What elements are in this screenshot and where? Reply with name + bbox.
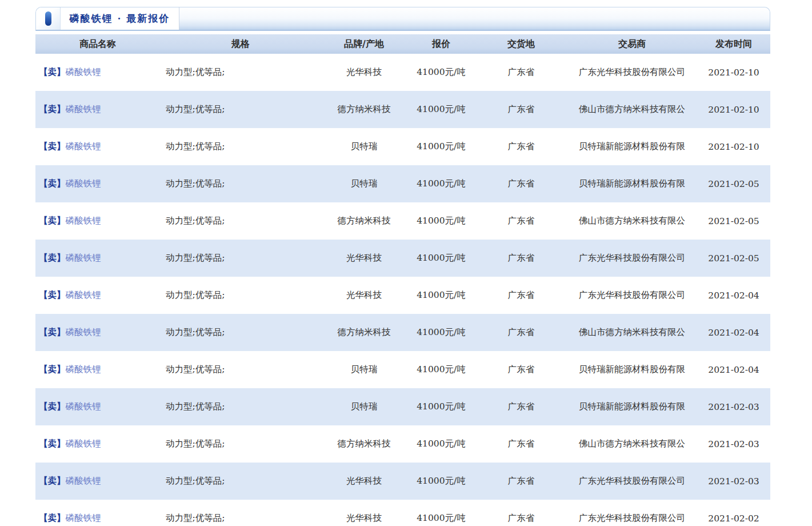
delivery-cell: 广东省 <box>475 500 567 526</box>
section-tabbar: 磷酸铁锂 · 最新报价 <box>35 7 770 31</box>
product-link[interactable]: 磷酸铁锂 <box>66 439 101 449</box>
price-cell: 41000元/吨 <box>407 425 475 463</box>
product-link[interactable]: 磷酸铁锂 <box>66 253 101 263</box>
tab-latest-quotes[interactable]: 磷酸铁锂 · 最新报价 <box>61 7 179 30</box>
sell-tag: 【卖】 <box>39 289 66 300</box>
column-header-product: 商品名称 <box>35 34 160 54</box>
sell-tag: 【卖】 <box>39 178 66 189</box>
column-header-spec: 规格 <box>160 34 321 54</box>
price-cell: 41000元/吨 <box>407 240 475 277</box>
price-cell: 41000元/吨 <box>407 165 475 202</box>
trader-cell: 贝特瑞新能源材料股份有限 <box>567 388 697 425</box>
product-link[interactable]: 磷酸铁锂 <box>66 216 101 226</box>
date-cell: 2021-02-04 <box>697 351 770 388</box>
sell-tag: 【卖】 <box>39 252 66 263</box>
spec-cell: 动力型;优等品; <box>160 202 321 240</box>
product-link[interactable]: 磷酸铁锂 <box>66 364 101 374</box>
page-title: 磷酸铁锂 · 最新报价 <box>70 12 170 25</box>
trader-cell: 广东光华科技股份有限公司 <box>567 54 697 91</box>
product-name-cell: 【卖】磷酸铁锂 <box>35 240 160 277</box>
sell-tag: 【卖】 <box>39 438 66 449</box>
table-row: 【卖】磷酸铁锂 动力型;优等品; 贝特瑞 41000元/吨 广东省 贝特瑞新能源… <box>35 128 770 165</box>
trader-cell: 广东光华科技股份有限公司 <box>567 240 697 277</box>
column-header-date: 发布时间 <box>697 34 770 54</box>
delivery-cell: 广东省 <box>475 165 567 202</box>
table-row: 【卖】磷酸铁锂 动力型;优等品; 光华科技 41000元/吨 广东省 广东光华科… <box>35 500 770 526</box>
sell-tag: 【卖】 <box>39 141 66 152</box>
date-cell: 2021-02-10 <box>697 54 770 91</box>
brand-cell: 贝特瑞 <box>321 388 407 425</box>
product-link[interactable]: 磷酸铁锂 <box>66 513 101 523</box>
delivery-cell: 广东省 <box>475 240 567 277</box>
column-header-brand: 品牌/产地 <box>321 34 407 54</box>
product-link[interactable]: 磷酸铁锂 <box>66 104 101 114</box>
product-name-cell: 【卖】磷酸铁锂 <box>35 165 160 202</box>
delivery-cell: 广东省 <box>475 463 567 500</box>
product-link[interactable]: 磷酸铁锂 <box>66 178 101 189</box>
brand-cell: 德方纳米科技 <box>321 425 407 463</box>
trader-cell: 佛山市德方纳米科技有限公 <box>567 314 697 351</box>
spec-cell: 动力型;优等品; <box>160 314 321 351</box>
product-link[interactable]: 磷酸铁锂 <box>66 290 101 300</box>
spec-cell: 动力型;优等品; <box>160 277 321 314</box>
trader-cell: 广东光华科技股份有限公司 <box>567 463 697 500</box>
table-row: 【卖】磷酸铁锂 动力型;优等品; 德方纳米科技 41000元/吨 广东省 佛山市… <box>35 91 770 128</box>
spec-cell: 动力型;优等品; <box>160 463 321 500</box>
date-cell: 2021-02-03 <box>697 388 770 425</box>
spec-cell: 动力型;优等品; <box>160 351 321 388</box>
spec-cell: 动力型;优等品; <box>160 500 321 526</box>
price-cell: 41000元/吨 <box>407 277 475 314</box>
date-cell: 2021-02-05 <box>697 202 770 240</box>
tabbar-filler <box>179 7 770 30</box>
spec-cell: 动力型;优等品; <box>160 388 321 425</box>
price-cell: 41000元/吨 <box>407 500 475 526</box>
product-name-cell: 【卖】磷酸铁锂 <box>35 388 160 425</box>
product-name-cell: 【卖】磷酸铁锂 <box>35 463 160 500</box>
sell-tag: 【卖】 <box>39 512 66 523</box>
product-link[interactable]: 磷酸铁锂 <box>66 476 101 486</box>
product-link[interactable]: 磷酸铁锂 <box>66 327 101 337</box>
product-link[interactable]: 磷酸铁锂 <box>66 401 101 412</box>
brand-cell: 贝特瑞 <box>321 165 407 202</box>
sell-tag: 【卖】 <box>39 475 66 486</box>
spec-cell: 动力型;优等品; <box>160 425 321 463</box>
brand-cell: 光华科技 <box>321 500 407 526</box>
table-header-row: 商品名称 规格 品牌/产地 报价 交货地 交易商 发布时间 <box>35 34 770 54</box>
table-row: 【卖】磷酸铁锂 动力型;优等品; 光华科技 41000元/吨 广东省 广东光华科… <box>35 463 770 500</box>
product-link[interactable]: 磷酸铁锂 <box>66 67 101 77</box>
sell-tag: 【卖】 <box>39 215 66 226</box>
trader-cell: 广东光华科技股份有限公司 <box>567 277 697 314</box>
brand-cell: 光华科技 <box>321 277 407 314</box>
product-link[interactable]: 磷酸铁锂 <box>66 141 101 152</box>
table-row: 【卖】磷酸铁锂 动力型;优等品; 德方纳米科技 41000元/吨 广东省 佛山市… <box>35 202 770 240</box>
trader-cell: 佛山市德方纳米科技有限公 <box>567 202 697 240</box>
column-header-price: 报价 <box>407 34 475 54</box>
column-header-trader: 交易商 <box>567 34 697 54</box>
date-cell: 2021-02-03 <box>697 463 770 500</box>
product-name-cell: 【卖】磷酸铁锂 <box>35 500 160 526</box>
sell-tag: 【卖】 <box>39 326 66 337</box>
spec-cell: 动力型;优等品; <box>160 240 321 277</box>
spec-cell: 动力型;优等品; <box>160 54 321 91</box>
sell-tag: 【卖】 <box>39 401 66 412</box>
trader-cell: 贝特瑞新能源材料股份有限 <box>567 351 697 388</box>
price-cell: 41000元/吨 <box>407 128 475 165</box>
table-row: 【卖】磷酸铁锂 动力型;优等品; 德方纳米科技 41000元/吨 广东省 佛山市… <box>35 425 770 463</box>
trader-cell: 贝特瑞新能源材料股份有限 <box>567 165 697 202</box>
delivery-cell: 广东省 <box>475 91 567 128</box>
price-cell: 41000元/吨 <box>407 351 475 388</box>
delivery-cell: 广东省 <box>475 351 567 388</box>
brand-cell: 德方纳米科技 <box>321 202 407 240</box>
brand-cell: 光华科技 <box>321 240 407 277</box>
price-cell: 41000元/吨 <box>407 54 475 91</box>
product-name-cell: 【卖】磷酸铁锂 <box>35 277 160 314</box>
product-name-cell: 【卖】磷酸铁锂 <box>35 425 160 463</box>
brand-cell: 贝特瑞 <box>321 351 407 388</box>
delivery-cell: 广东省 <box>475 202 567 240</box>
date-cell: 2021-02-05 <box>697 240 770 277</box>
column-header-delivery: 交货地 <box>475 34 567 54</box>
spec-cell: 动力型;优等品; <box>160 91 321 128</box>
brand-cell: 德方纳米科技 <box>321 314 407 351</box>
brand-cell: 光华科技 <box>321 463 407 500</box>
delivery-cell: 广东省 <box>475 54 567 91</box>
